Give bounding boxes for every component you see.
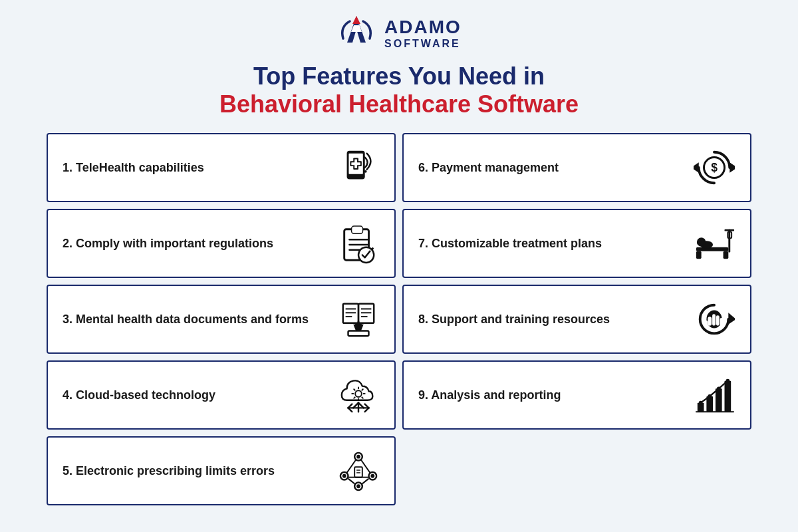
title-line2: Behavioral Healthcare Software	[219, 90, 579, 118]
feature-label-4: 4. Cloud-based technology	[63, 387, 328, 403]
feature-label-5: 5. Electronic prescribing limits errors	[63, 463, 328, 479]
svg-line-75	[362, 479, 369, 484]
svg-rect-62	[725, 381, 732, 412]
treatment-icon	[690, 219, 738, 267]
feature-card-6: 6. Payment management $	[402, 133, 751, 202]
svg-rect-61	[716, 388, 722, 412]
title-line1: Top Features You Need in	[219, 63, 579, 90]
svg-rect-48	[720, 318, 723, 326]
title-section: Top Features You Need in Behavioral Heal…	[219, 63, 579, 118]
svg-point-63	[699, 401, 703, 405]
svg-marker-11	[730, 162, 735, 173]
svg-point-81	[342, 474, 346, 478]
feature-card-4: 4. Cloud-based technology	[47, 360, 396, 430]
logo-text: ADAMO SOFTWARE	[384, 17, 462, 49]
analysis-icon	[690, 371, 738, 419]
svg-point-65	[717, 386, 721, 390]
svg-marker-12	[694, 162, 699, 173]
feature-card-9: 9. Analysis and reporting	[402, 360, 751, 430]
svg-marker-43	[728, 313, 735, 324]
svg-rect-46	[712, 314, 716, 325]
svg-point-64	[708, 394, 712, 398]
adamo-logo-icon	[336, 13, 376, 53]
svg-rect-47	[716, 315, 720, 326]
feature-card-7: 7. Customizable treatment plans	[402, 209, 751, 278]
compliance-icon	[334, 219, 382, 267]
features-grid: 1. TeleHealth capabilities 6. Payment m	[47, 133, 751, 505]
svg-point-10	[364, 170, 367, 173]
svg-point-83	[356, 484, 360, 488]
feature-label-1: 1. TeleHealth capabilities	[63, 160, 328, 176]
feature-card-1: 1. TeleHealth capabilities	[47, 133, 396, 202]
feature-card-3: 3. Mental health data documents and form…	[47, 285, 396, 354]
svg-rect-28	[725, 229, 735, 231]
svg-point-80	[356, 455, 360, 459]
feature-label-7: 7. Customizable treatment plans	[418, 235, 684, 251]
prescribing-icon	[334, 447, 382, 495]
feature-label-8: 8. Support and training resources	[418, 311, 684, 327]
svg-rect-17	[352, 227, 362, 233]
feature-label-9: 9. Analysis and reporting	[418, 387, 684, 403]
logo-subtitle: SOFTWARE	[384, 38, 462, 50]
svg-rect-24	[724, 251, 729, 259]
support-icon	[690, 295, 738, 343]
documents-icon	[334, 295, 382, 343]
svg-point-82	[370, 474, 374, 478]
svg-point-26	[697, 237, 706, 247]
feature-card-8: 8. Support and training resources	[402, 285, 751, 354]
svg-rect-45	[708, 317, 712, 326]
svg-rect-42	[348, 331, 369, 336]
feature-label-6: 6. Payment management	[418, 160, 684, 176]
svg-point-50	[355, 390, 362, 397]
payment-icon: $	[690, 144, 738, 192]
logo-area: ADAMO SOFTWARE	[336, 13, 462, 53]
feature-card-5: 5. Electronic prescribing limits errors	[47, 436, 396, 505]
feature-label-2: 2. Comply with important regulations	[63, 235, 328, 251]
svg-line-74	[348, 479, 355, 484]
svg-rect-23	[696, 251, 702, 259]
svg-point-66	[726, 379, 730, 383]
svg-rect-77	[354, 467, 362, 477]
svg-rect-9	[351, 162, 360, 165]
svg-rect-22	[696, 247, 728, 251]
cloud-icon	[334, 371, 382, 419]
svg-text:$: $	[711, 161, 718, 174]
svg-marker-2	[352, 16, 360, 24]
logo-name: ADAMO	[384, 17, 462, 38]
svg-rect-49	[704, 321, 708, 327]
feature-label-3: 3. Mental health data documents and form…	[63, 311, 328, 327]
feature-card-2: 2. Comply with important regulations	[47, 209, 396, 278]
telehealth-icon	[334, 144, 382, 192]
